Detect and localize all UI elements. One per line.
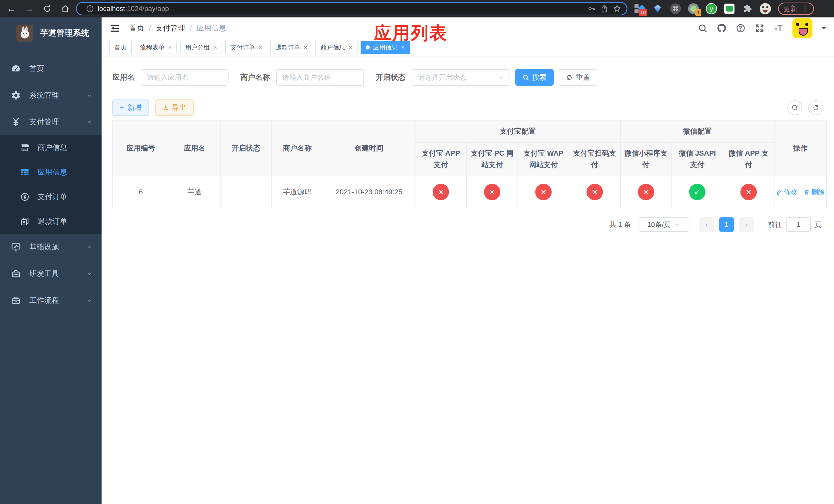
browser-home-icon[interactable] (59, 2, 72, 15)
close-icon[interactable] (401, 44, 405, 51)
status-label: 开启状态 (376, 72, 405, 83)
close-icon[interactable] (259, 44, 262, 51)
edit-link[interactable]: 修改 (776, 188, 797, 197)
breadcrumb-home[interactable]: 首页 (129, 23, 144, 33)
user-avatar[interactable] (792, 18, 812, 38)
profile-emoji-icon[interactable] (760, 3, 771, 14)
sidebar-fold-icon[interactable] (109, 23, 120, 34)
cell-status (220, 176, 271, 208)
cell-wechat-app (723, 176, 774, 208)
cell-alipay-qr (569, 176, 620, 208)
sidebar-item-payment[interactable]: 支付管理 (0, 109, 102, 135)
close-icon[interactable] (168, 44, 172, 51)
sidebar-logo[interactable]: 芋道管理系统 (0, 18, 102, 48)
sidebar-item-pay-order[interactable]: 支付订单 (0, 185, 102, 209)
reset-button[interactable]: 重置 (559, 69, 597, 86)
browser-back-icon[interactable]: ← (5, 2, 18, 15)
tag-user-group[interactable]: 用户分组 (180, 41, 222, 54)
sidebar-item-system[interactable]: 系统管理 (0, 82, 102, 109)
reset-button-label: 重置 (576, 72, 590, 82)
sidebar-item-label: 应用信息 (38, 167, 67, 177)
merchant-name-input[interactable] (276, 69, 364, 86)
tag-app-info-active[interactable]: 应用信息 (360, 41, 410, 54)
search-button-label: 搜索 (532, 72, 547, 82)
status-select[interactable]: 请选择开启状态 (412, 69, 510, 86)
command-extension-icon[interactable]: ⌘ (670, 3, 681, 14)
gem-extension-icon[interactable] (652, 3, 663, 14)
browser-extensions: 10 ⌘ 1 (634, 3, 771, 14)
sidebar-item-merchant-info[interactable]: 商户信息 (0, 135, 102, 160)
sidebar-item-refund-order[interactable]: 退款订单 (0, 209, 102, 234)
share-icon[interactable] (600, 4, 609, 13)
update-label: 更新 (784, 4, 797, 13)
active-tag-dot (366, 45, 370, 49)
bookmark-star-icon[interactable] (613, 4, 621, 13)
search-button[interactable]: 搜索 (515, 69, 554, 86)
tag-pay-order[interactable]: 支付订单 (225, 41, 267, 54)
delete-link[interactable]: 删除 (804, 188, 825, 197)
search-icon[interactable] (698, 23, 708, 33)
next-page-button[interactable] (739, 217, 754, 232)
filter-form: 应用名 商户名称 开启状态 请选择开启状态 搜索 (112, 69, 823, 86)
y-extension-icon[interactable] (706, 3, 717, 14)
hide-search-icon-button[interactable] (787, 100, 802, 115)
sidebar-item-label: 基础设施 (29, 242, 59, 252)
url-bar[interactable]: localhost :1024/pay/app (76, 2, 627, 15)
tag-merchant-info[interactable]: 商户信息 (315, 41, 357, 54)
prev-page-button[interactable] (699, 217, 714, 232)
col-merchant: 商户名称 (271, 120, 323, 176)
cell-alipay-pc (466, 176, 518, 208)
page-size-select[interactable]: 10条/页 (639, 217, 689, 232)
breadcrumb-payment[interactable]: 支付管理 (155, 23, 185, 33)
password-key-icon[interactable] (587, 4, 596, 13)
sidebar-item-app-info[interactable]: 应用信息 (0, 160, 102, 185)
col-alipay-wap: 支付宝 WAP 网站支付 (518, 142, 569, 176)
table-toolbar: 新增 导出 (112, 99, 823, 116)
sidebar-menu: 首页 系统管理 支付管理 (0, 55, 102, 314)
pin-extension-icon[interactable]: 10 (634, 3, 645, 14)
close-icon[interactable] (213, 44, 217, 51)
recorder-extension-icon[interactable]: 1 (688, 3, 699, 14)
cell-merchant: 芋道源码 (271, 176, 323, 208)
chat-extension-icon[interactable] (724, 3, 735, 14)
fullscreen-icon[interactable] (754, 23, 765, 33)
close-icon[interactable] (304, 44, 307, 51)
sidebar-item-home[interactable]: 首页 (0, 55, 102, 82)
table-settings (787, 100, 823, 115)
col-group-wechat: 微信配置 (620, 120, 774, 142)
pagination-total: 共 1 条 (609, 220, 631, 229)
browser-update-button[interactable]: 更新 ⋮ (778, 3, 814, 15)
browser-forward-icon[interactable]: → (23, 2, 36, 15)
export-button[interactable]: 导出 (155, 99, 194, 116)
refresh-table-icon-button[interactable] (808, 100, 823, 115)
close-icon[interactable] (349, 44, 352, 51)
sidebar-item-workflow[interactable]: 工作流程 (0, 287, 102, 314)
tag-label: 用户分组 (185, 43, 210, 51)
browser-menu-kebab-icon[interactable]: ⋮ (802, 5, 809, 13)
font-size-icon[interactable] (773, 23, 784, 33)
browser-reload-icon[interactable] (41, 2, 54, 15)
tag-home[interactable]: 首页 (109, 41, 132, 54)
site-info-icon[interactable] (86, 5, 94, 13)
col-actions: 操作 (774, 120, 827, 176)
page-number-current[interactable]: 1 (719, 217, 734, 232)
app-title: 芋道管理系统 (40, 27, 89, 39)
extensions-puzzle-icon[interactable] (742, 3, 753, 14)
sidebar-item-dev-tools[interactable]: 研发工具 (0, 260, 102, 287)
tag-refund-order[interactable]: 退款订单 (270, 41, 312, 54)
tag-label: 支付订单 (230, 43, 255, 51)
sidebar-item-label: 系统管理 (29, 90, 59, 100)
sidebar-item-infrastructure[interactable]: 基础设施 (0, 234, 102, 260)
add-button[interactable]: 新增 (112, 99, 149, 116)
help-icon[interactable] (736, 23, 746, 33)
tag-label: 首页 (114, 43, 127, 51)
avatar-caret-down-icon[interactable] (821, 27, 826, 32)
documents-icon (20, 216, 30, 226)
tag-process-form[interactable]: 流程表单 (135, 41, 177, 54)
tag-label: 退款订单 (276, 43, 300, 51)
breadcrumb: 首页 / 支付管理 / 应用信息 (129, 23, 226, 33)
github-icon[interactable] (717, 23, 727, 33)
goto-page-input[interactable] (786, 217, 811, 232)
app-name-input[interactable] (141, 69, 228, 86)
page-content: 应用名 商户名称 开启状态 请选择开启状态 搜索 (102, 56, 834, 504)
